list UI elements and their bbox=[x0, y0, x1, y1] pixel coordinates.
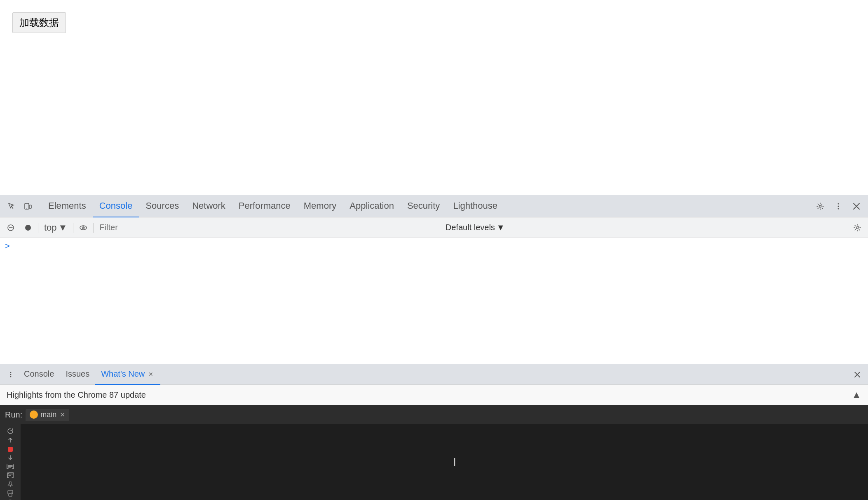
run-label: Run: bbox=[5, 410, 22, 420]
toolbar-separator-1 bbox=[38, 223, 38, 233]
drawer-tab-issues-label: Issues bbox=[66, 369, 89, 379]
log-levels-dropdown[interactable]: Default levels ▼ bbox=[441, 221, 509, 234]
bottom-drawer: Console Issues What's New ✕ Highlights f… bbox=[0, 364, 868, 500]
console-toolbar: top ▼ Default levels ▼ bbox=[0, 217, 868, 238]
snippets-icon[interactable] bbox=[3, 464, 18, 469]
svg-point-13 bbox=[10, 372, 12, 373]
devtools-right-icons bbox=[812, 198, 865, 215]
inspect-element-icon[interactable] bbox=[3, 198, 20, 215]
tab-elements[interactable]: Elements bbox=[42, 195, 93, 217]
more-options-icon[interactable] bbox=[830, 198, 847, 215]
tab-console[interactable]: Console bbox=[93, 195, 139, 217]
run-tab-label: main bbox=[40, 410, 56, 419]
tab-security[interactable]: Security bbox=[401, 195, 446, 217]
tab-network[interactable]: Network bbox=[185, 195, 232, 217]
drawer-tab-console-label: Console bbox=[24, 369, 54, 379]
svg-point-4 bbox=[838, 203, 839, 204]
svg-point-11 bbox=[83, 227, 84, 228]
editor-content[interactable]: I bbox=[41, 424, 868, 500]
drawer-banner-text: Highlights from the Chrome 87 update bbox=[7, 390, 146, 400]
levels-dropdown-icon: ▼ bbox=[497, 223, 505, 232]
svg-point-20 bbox=[12, 492, 12, 493]
run-tab-close-icon[interactable]: ✕ bbox=[60, 411, 65, 419]
context-value: top bbox=[44, 222, 57, 233]
drawer-more-icon[interactable] bbox=[3, 367, 18, 382]
browser-page-content: 加载数据 bbox=[0, 0, 868, 194]
svg-rect-16 bbox=[8, 447, 13, 452]
tab-performance[interactable]: Performance bbox=[232, 195, 297, 217]
context-dropdown-icon: ▼ bbox=[59, 222, 68, 233]
run-snippet-icon[interactable] bbox=[3, 472, 18, 479]
drawer-tab-whats-new-close[interactable]: ✕ bbox=[147, 370, 155, 378]
tab-application[interactable]: Application bbox=[343, 195, 401, 217]
toolbar-separator-3 bbox=[93, 223, 94, 233]
svg-point-5 bbox=[838, 205, 839, 207]
context-selector[interactable]: top ▼ bbox=[41, 221, 70, 235]
close-devtools-icon[interactable] bbox=[848, 198, 865, 215]
tab-memory[interactable]: Memory bbox=[297, 195, 343, 217]
drawer-tab-issues[interactable]: Issues bbox=[60, 364, 95, 385]
stop-recording-icon[interactable] bbox=[21, 220, 35, 235]
svg-point-15 bbox=[10, 376, 12, 377]
svg-point-2 bbox=[26, 208, 27, 209]
text-cursor: I bbox=[453, 455, 456, 469]
tab-separator-1 bbox=[39, 200, 39, 212]
devtools-tab-bar: Elements Console Sources Network Perform… bbox=[0, 195, 868, 217]
drawer-tab-bar: Console Issues What's New ✕ bbox=[0, 364, 868, 385]
settings-icon[interactable] bbox=[812, 198, 828, 215]
prompt-symbol: > bbox=[5, 241, 10, 251]
tab-lighthouse[interactable]: Lighthouse bbox=[446, 195, 504, 217]
close-drawer-icon[interactable] bbox=[850, 367, 865, 382]
load-data-button[interactable]: 加载数据 bbox=[12, 12, 66, 33]
step-down-icon[interactable] bbox=[3, 455, 18, 461]
console-prompt: > bbox=[0, 240, 868, 252]
console-settings-icon[interactable] bbox=[850, 220, 865, 235]
live-expressions-icon[interactable] bbox=[76, 220, 91, 235]
console-content-area: > bbox=[0, 238, 868, 364]
drawer-tab-whats-new[interactable]: What's New ✕ bbox=[95, 364, 160, 385]
svg-rect-17 bbox=[9, 473, 13, 474]
toolbar-separator-2 bbox=[73, 223, 73, 233]
svg-point-14 bbox=[10, 374, 12, 375]
svg-rect-19 bbox=[9, 494, 12, 496]
drawer-tab-console[interactable]: Console bbox=[18, 364, 60, 385]
stop-icon[interactable] bbox=[3, 446, 18, 452]
svg-rect-1 bbox=[29, 205, 31, 208]
devtools-panel: Elements Console Sources Network Perform… bbox=[0, 195, 868, 500]
step-up-icon[interactable] bbox=[3, 437, 18, 444]
restart-icon[interactable] bbox=[3, 427, 18, 435]
drawer-banner: Highlights from the Chrome 87 update ▲ bbox=[0, 385, 868, 405]
run-bar: Run: main ✕ bbox=[0, 405, 868, 424]
tab-sources[interactable]: Sources bbox=[139, 195, 185, 217]
svg-point-3 bbox=[819, 205, 821, 207]
svg-point-8 bbox=[25, 225, 31, 231]
svg-point-12 bbox=[856, 226, 859, 229]
clear-console-icon[interactable] bbox=[3, 220, 18, 235]
drawer-tab-whats-new-label: What's New bbox=[101, 369, 145, 379]
drawer-banner-collapse-icon[interactable]: ▲ bbox=[852, 389, 861, 401]
print-icon[interactable] bbox=[3, 490, 18, 497]
side-toolbar bbox=[0, 424, 21, 500]
run-tab[interactable]: main ✕ bbox=[26, 409, 69, 421]
python-icon bbox=[30, 410, 38, 419]
filter-input[interactable] bbox=[96, 221, 439, 234]
device-toggle-icon[interactable] bbox=[20, 198, 36, 215]
svg-point-6 bbox=[838, 208, 839, 209]
pin-icon[interactable] bbox=[3, 481, 18, 488]
editor-gutter bbox=[21, 424, 41, 500]
code-editor[interactable]: I bbox=[21, 424, 868, 500]
log-levels-label: Default levels bbox=[446, 223, 495, 232]
